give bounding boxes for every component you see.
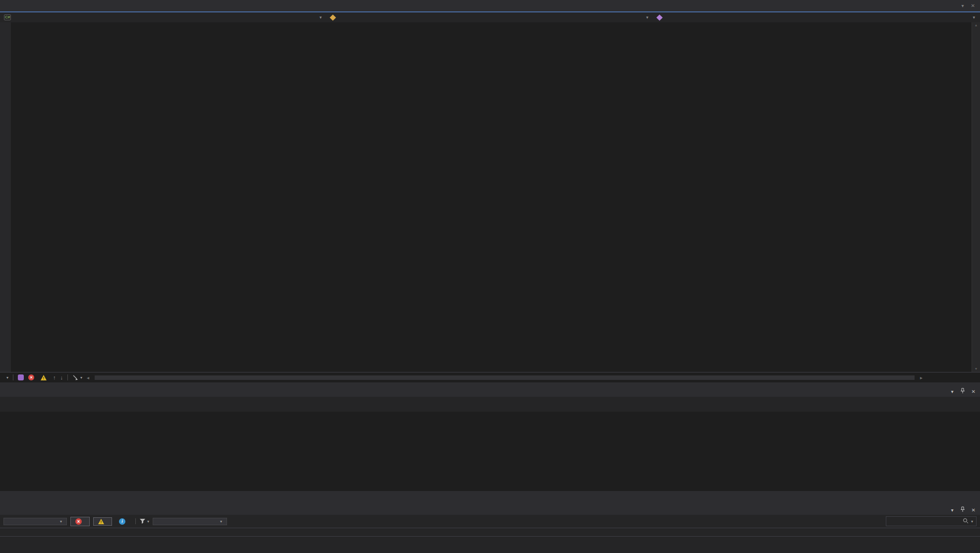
- panel-title-bar[interactable]: ▾ ✕: [0, 386, 980, 397]
- error-list-toolbar: ▾ × i ▾ ▾: [0, 515, 980, 528]
- class-icon: [330, 14, 336, 21]
- zoom-control[interactable]: ▾: [4, 375, 8, 380]
- warning-icon: [41, 375, 47, 380]
- scroll-up-icon[interactable]: ▴: [972, 23, 980, 28]
- code-cleanup-icon[interactable]: ▾: [72, 374, 82, 380]
- breadcrumb-member-dropdown[interactable]: ▾: [653, 12, 980, 22]
- method-icon: [656, 14, 663, 21]
- window-position-icon[interactable]: ▾: [951, 507, 954, 513]
- panel-title-bar[interactable]: ▾ ✕: [0, 505, 980, 515]
- horizontal-scrollbar[interactable]: [95, 375, 915, 380]
- hscroll-right-icon[interactable]: ▸: [920, 375, 922, 380]
- error-icon: ×: [75, 518, 82, 525]
- breadcrumb-project-dropdown[interactable]: C# ▾: [0, 12, 327, 22]
- coverage-content: [0, 412, 980, 491]
- bottom-panel-tabs: [0, 491, 980, 501]
- next-issue-icon[interactable]: ↓: [60, 374, 63, 380]
- messages-filter-button[interactable]: i: [115, 517, 132, 526]
- document-health-icon[interactable]: [18, 374, 24, 380]
- close-document-icon[interactable]: ✕: [971, 3, 975, 8]
- coverage-toolbar: [0, 397, 980, 412]
- source-filter-dropdown[interactable]: ▾: [153, 518, 227, 525]
- code-lines: [0, 22, 980, 372]
- chevron-down-icon: ▾: [319, 15, 322, 20]
- separator: [67, 374, 68, 380]
- close-icon[interactable]: ✕: [972, 389, 976, 394]
- close-icon[interactable]: ✕: [972, 507, 976, 513]
- errors-filter-button[interactable]: ×: [70, 517, 90, 526]
- pin-icon[interactable]: [960, 388, 965, 395]
- visual-studio-window: ▾ ✕ C# ▾ ▾ ▾ ▴ ▾ ▾: [0, 0, 980, 553]
- breadcrumb-class-dropdown[interactable]: ▾: [327, 12, 653, 22]
- editor-vertical-scrollbar[interactable]: ▴ ▾: [972, 22, 980, 372]
- chevron-down-icon[interactable]: ▾: [971, 519, 973, 524]
- pin-icon[interactable]: [960, 506, 965, 513]
- window-position-icon[interactable]: ▾: [951, 389, 954, 394]
- hscroll-left-icon[interactable]: ◂: [87, 375, 89, 380]
- fine-code-coverage-panel: ▾ ✕: [0, 386, 980, 491]
- scroll-down-icon[interactable]: ▾: [972, 367, 980, 371]
- error-count-indicator[interactable]: ×: [28, 374, 36, 380]
- separator: [13, 374, 13, 380]
- search-input[interactable]: [889, 518, 960, 525]
- chevron-down-icon: ▾: [60, 519, 62, 524]
- warning-icon: [98, 519, 104, 524]
- document-tab-bar: ▾ ✕: [0, 0, 980, 12]
- chevron-down-icon: ▾: [973, 15, 975, 20]
- error-icon: ×: [28, 374, 34, 380]
- chevron-down-icon: ▾: [646, 15, 648, 20]
- csharp-project-icon: C#: [4, 14, 11, 20]
- tab-list-dropdown-icon[interactable]: ▾: [962, 3, 964, 8]
- search-icon[interactable]: [963, 518, 969, 525]
- code-editor[interactable]: ▴ ▾: [0, 22, 980, 372]
- editor-status-strip: ▾ × ↑ ↓ ▾ ◂ ▸: [0, 372, 980, 382]
- error-list-panel: ▾ ✕ ▾ × i: [0, 505, 980, 553]
- warnings-filter-button[interactable]: [93, 517, 112, 526]
- scope-filter-dropdown[interactable]: ▾: [3, 518, 67, 525]
- error-list-search-box: ▾: [886, 516, 977, 526]
- previous-issue-icon[interactable]: ↑: [53, 374, 56, 380]
- filter-icon[interactable]: ▾: [139, 518, 149, 524]
- hscroll-thumb[interactable]: [95, 375, 915, 380]
- separator: [135, 518, 136, 524]
- error-list-header: [0, 528, 980, 537]
- navigation-bar: C# ▾ ▾ ▾: [0, 12, 980, 22]
- chevron-down-icon: ▾: [220, 519, 222, 524]
- warning-count-indicator[interactable]: [41, 375, 49, 380]
- chevron-down-icon: ▾: [6, 375, 8, 380]
- info-icon: i: [119, 518, 125, 525]
- tab-bar-controls: ▾ ✕: [962, 0, 980, 11]
